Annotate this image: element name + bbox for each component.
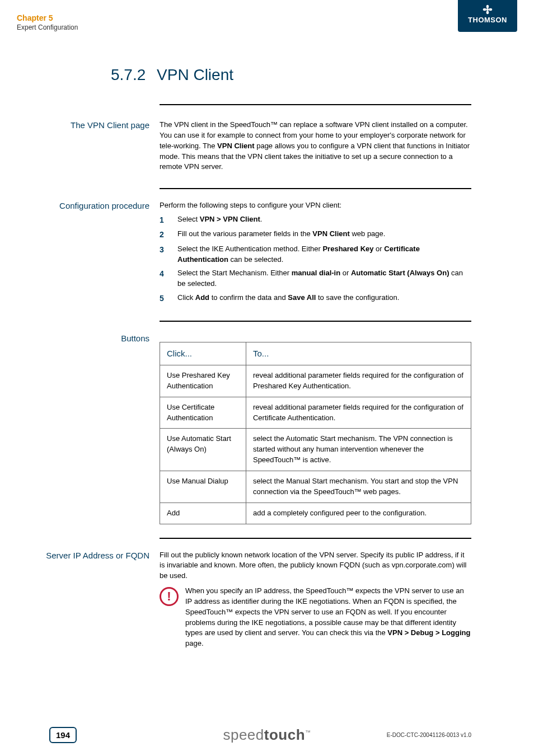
section-label: Configuration procedure [17, 200, 160, 307]
steps-list: 1Select VPN > VPN Client. 2Fill out the … [160, 214, 471, 304]
table-row: Use Preshared Key Authenticationreveal a… [160, 365, 471, 397]
title-rule [160, 104, 471, 105]
warning-note: ! When you specify an IP address, the Sp… [160, 586, 471, 649]
footer-brand: speedtouch™ [223, 726, 311, 744]
svg-point-2 [486, 11, 489, 14]
col-click: Click... [160, 342, 246, 365]
col-to: To... [246, 342, 471, 365]
paragraph: Fill out the publicly known network loca… [160, 550, 471, 582]
chapter-subtitle: Expert Configuration [17, 24, 78, 31]
table-row: Addadd a completely configured peer to t… [160, 503, 471, 524]
page-number: 194 [49, 727, 77, 743]
step-item: 1Select VPN > VPN Client. [160, 214, 471, 226]
section-label: The VPN Client page [17, 120, 160, 175]
section-label: Server IP Address or FQDN [17, 550, 160, 650]
paragraph: The VPN client in the SpeedTouch™ can re… [160, 120, 471, 172]
page-title: 5.7.2 VPN Client [111, 66, 233, 84]
step-item: 3Select the IKE Authentication method. E… [160, 244, 471, 265]
step-item: 2Fill out the various parameter fields i… [160, 229, 471, 240]
table-row: Use Automatic Start (Always On)select th… [160, 429, 471, 471]
section-body: Click... To... Use Preshared Key Authent… [160, 333, 471, 524]
section-config-procedure: Configuration procedure Perform the foll… [17, 200, 471, 307]
divider [160, 538, 471, 539]
chapter-title: Chapter 5 [17, 13, 78, 22]
svg-point-3 [483, 8, 486, 11]
section-vpn-client-page: The VPN Client page The VPN client in th… [17, 120, 471, 175]
content-area: The VPN Client page The VPN client in th… [0, 120, 534, 663]
divider [160, 188, 471, 189]
brand-logo: THOMSON [458, 0, 517, 32]
section-buttons: Buttons Click... To... Use Preshared Key… [17, 333, 471, 524]
section-body: The VPN client in the SpeedTouch™ can re… [160, 120, 471, 175]
section-label: Buttons [17, 333, 160, 524]
section-server-ip: Server IP Address or FQDN Fill out the p… [17, 550, 471, 650]
table-row: Use Manual Dialupselect the Manual Start… [160, 471, 471, 503]
table-row: Use Certificate Authenticationreveal add… [160, 397, 471, 429]
warning-icon: ! [160, 587, 179, 606]
document-id: E-DOC-CTC-20041126-0013 v1.0 [387, 732, 471, 738]
warning-text: When you specify an IP address, the Spee… [185, 586, 471, 649]
section-title: VPN Client [157, 66, 233, 83]
section-body: Perform the following steps to configure… [160, 200, 471, 307]
step-item: 5Click Add to confirm the data and Save … [160, 293, 471, 304]
table-header-row: Click... To... [160, 342, 471, 365]
svg-point-4 [489, 8, 492, 11]
buttons-table: Click... To... Use Preshared Key Authent… [160, 342, 471, 524]
section-number: 5.7.2 [111, 66, 146, 83]
thomson-flower-icon [483, 4, 493, 15]
brand-text: THOMSON [468, 16, 507, 24]
section-body: Fill out the publicly known network loca… [160, 550, 471, 650]
page-header: Chapter 5 Expert Configuration THOMSON [0, 0, 534, 39]
svg-point-1 [486, 5, 489, 8]
svg-point-0 [486, 8, 489, 11]
step-item: 4Select the Start Mechanism. Either manu… [160, 268, 471, 289]
chapter-block: Chapter 5 Expert Configuration [17, 13, 78, 31]
divider [160, 321, 471, 322]
intro-text: Perform the following steps to configure… [160, 200, 471, 211]
